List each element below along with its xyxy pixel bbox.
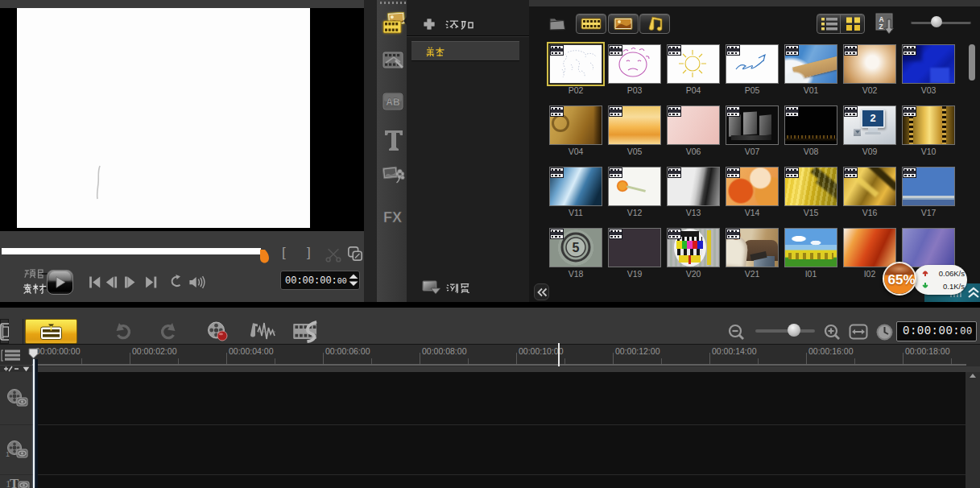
svg-text:Z: Z	[879, 23, 883, 31]
svg-text:FX: FX	[383, 209, 402, 225]
svg-text:AB: AB	[386, 97, 400, 108]
svg-text:5: 5	[573, 241, 580, 254]
svg-text:T: T	[10, 477, 19, 488]
